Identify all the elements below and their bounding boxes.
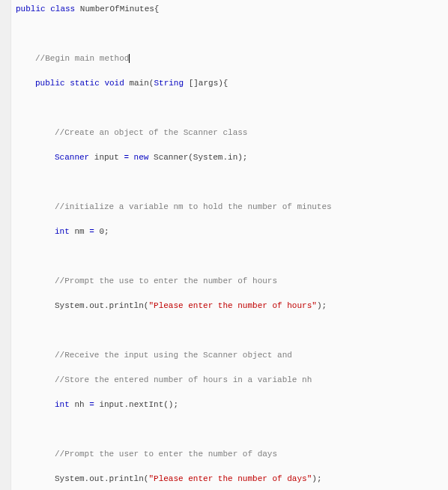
code-line: public static void main(String []args){ (16, 77, 444, 90)
code-line (16, 28, 444, 40)
token-id: .out.println( (85, 301, 149, 310)
token-id: ); (312, 474, 321, 483)
token-kw: int (55, 227, 74, 236)
code-line: //Create an object of the Scanner class (16, 127, 444, 139)
code-editor: public class NumberOfMinutes{ //Begin ma… (0, 0, 448, 490)
token-type: Scanner (55, 153, 94, 162)
code-line: //Prompt the use to enter the number of … (16, 275, 444, 288)
code-line (16, 102, 444, 115)
token-com: //Begin main method (35, 54, 129, 63)
token-str: "Please enter the number of hours" (148, 301, 316, 310)
token-kw: = (89, 227, 99, 236)
token-kw: = new (124, 153, 154, 162)
code-line: System.out.println("Please enter the num… (16, 473, 444, 486)
token-kw: = (89, 400, 99, 409)
token-com: //Prompt the user to enter the number of… (55, 450, 277, 459)
token-sys: System (55, 301, 85, 310)
code-line: Scanner input = new Scanner(System.in); (16, 151, 444, 164)
token-id: nm (74, 227, 89, 236)
token-id: input (94, 153, 124, 162)
code-line (16, 324, 444, 337)
token-com: //Receive the input using the Scanner ob… (55, 351, 292, 360)
token-cursor (129, 54, 130, 63)
token-com: //initialize a variable nm to hold the n… (55, 202, 332, 211)
editor-gutter (0, 0, 11, 490)
token-id: .out.println( (85, 474, 149, 483)
token-id: ; (104, 227, 109, 236)
code-line: //Receive the input using the Scanner ob… (16, 349, 444, 362)
code-line: //initialize a variable nm to hold the n… (16, 201, 444, 214)
token-id: ); (317, 301, 327, 310)
code-line: //Prompt the user to enter the number of… (16, 448, 444, 461)
token-id: ); (237, 153, 247, 162)
code-line: System.out.println("Please enter the num… (16, 300, 444, 312)
token-kw: public static void (35, 79, 129, 88)
code-line: int nm = 0; (16, 226, 444, 238)
code-line: //Store the entered number of hours in a… (16, 374, 444, 387)
token-sys: System (55, 474, 85, 483)
code-line: public class NumberOfMinutes{ (16, 3, 444, 16)
code-area[interactable]: public class NumberOfMinutes{ //Begin ma… (11, 0, 448, 490)
code-line: int nh = input.nextInt(); (16, 399, 444, 411)
token-com: //Create an object of the Scanner class (55, 128, 247, 137)
code-line (16, 423, 444, 436)
token-type: String (154, 79, 188, 88)
token-id: []args){ (189, 79, 228, 88)
token-id: main( (129, 79, 154, 88)
token-com: //Prompt the use to enter the number of … (55, 276, 277, 285)
code-line: //Begin main method (16, 52, 444, 65)
code-line (16, 250, 444, 263)
token-id: input.nextInt(); (99, 400, 178, 409)
token-sys: in (228, 153, 237, 162)
token-id: Scanner( (154, 153, 193, 162)
token-cls: NumberOfMinutes{ (80, 4, 160, 13)
token-sys: System (193, 153, 223, 162)
code-line (16, 176, 444, 189)
token-id: nh (74, 400, 89, 409)
token-str: "Please enter the number of days" (148, 474, 312, 483)
token-kw: int (55, 400, 74, 409)
token-kw: public class (16, 4, 80, 13)
token-com: //Store the entered number of hours in a… (55, 375, 312, 384)
